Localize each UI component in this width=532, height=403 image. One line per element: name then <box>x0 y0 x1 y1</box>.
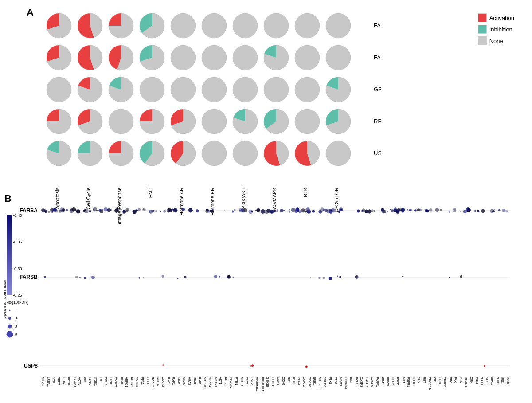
svg-point-218 <box>338 211 340 213</box>
svg-text:CDH2: CDH2 <box>104 377 107 385</box>
svg-text:AKT2: AKT2 <box>224 377 227 385</box>
svg-point-28 <box>295 45 320 70</box>
inhibition-legend-item: Inhibition <box>478 25 514 34</box>
svg-text:FN1: FN1 <box>99 377 102 383</box>
svg-text:CFL1: CFL1 <box>146 377 149 384</box>
svg-point-327 <box>322 277 325 279</box>
svg-text:FARSB: FARSB <box>20 274 38 280</box>
svg-point-325 <box>79 277 80 278</box>
svg-text:CCND1: CCND1 <box>271 377 274 387</box>
svg-text:USP8: USP8 <box>24 363 38 369</box>
svg-text:FARSA: FARSA <box>374 22 381 29</box>
svg-point-273 <box>396 210 399 214</box>
svg-text:HRAS: HRAS <box>188 377 191 386</box>
svg-point-156 <box>232 210 233 211</box>
svg-text:1: 1 <box>15 309 17 313</box>
svg-point-47 <box>295 77 320 102</box>
svg-text:VEGFR: VEGFR <box>444 377 447 387</box>
svg-point-110 <box>312 210 315 212</box>
svg-text:RPS6KB1: RPS6KB1 <box>256 377 259 391</box>
svg-text:CRK: CRK <box>470 377 473 383</box>
svg-point-339 <box>252 364 254 367</box>
svg-point-287 <box>136 209 138 211</box>
svg-point-213 <box>463 210 467 213</box>
svg-point-195 <box>429 208 432 211</box>
svg-text:ALK: ALK <box>418 377 421 383</box>
svg-text:BIRC5: BIRC5 <box>386 377 389 386</box>
svg-text:FAK: FAK <box>454 377 457 383</box>
svg-point-312 <box>339 276 341 278</box>
svg-text:FARSB: FARSB <box>374 54 381 61</box>
svg-point-295 <box>289 209 290 211</box>
svg-point-278 <box>299 210 302 213</box>
svg-text:AURKA: AURKA <box>324 377 327 387</box>
svg-text:MAD2L1: MAD2L1 <box>318 377 321 389</box>
svg-point-228 <box>138 208 141 211</box>
svg-text:PLK1: PLK1 <box>329 377 332 384</box>
svg-point-289 <box>255 210 256 211</box>
svg-text:FLNB: FLNB <box>120 377 123 385</box>
svg-point-307 <box>328 209 330 211</box>
dot-plot-container: -0.40-0.35-0.30-0.25Spearman Correlation… <box>4 193 532 399</box>
svg-point-30 <box>326 45 351 70</box>
svg-text:CCNA2: CCNA2 <box>303 377 306 387</box>
svg-point-61 <box>295 109 320 134</box>
svg-point-169 <box>494 209 495 210</box>
svg-point-202 <box>330 209 332 211</box>
svg-point-269 <box>84 209 88 213</box>
svg-point-333 <box>143 277 144 278</box>
svg-point-234 <box>256 208 260 212</box>
svg-text:HER2: HER2 <box>391 377 395 385</box>
svg-text:CDKN1A: CDKN1A <box>344 377 348 390</box>
svg-point-335 <box>305 365 308 368</box>
svg-text:MAP2K1: MAP2K1 <box>203 377 207 389</box>
svg-point-100 <box>8 325 12 329</box>
svg-point-332 <box>138 277 140 279</box>
svg-point-186 <box>196 209 199 212</box>
svg-point-308 <box>61 209 65 212</box>
svg-text:ARPC1: ARPC1 <box>125 377 128 387</box>
svg-text:PCNA: PCNA <box>297 377 301 386</box>
svg-point-134 <box>371 209 374 212</box>
svg-text:Spearman Correlation: Spearman Correlation <box>4 280 7 319</box>
svg-point-206 <box>477 210 479 212</box>
svg-point-220 <box>52 211 54 213</box>
svg-point-323 <box>75 276 78 278</box>
svg-point-41 <box>202 77 227 102</box>
svg-text:ACTR3: ACTR3 <box>136 377 139 387</box>
svg-text:-0.25: -0.25 <box>13 293 22 297</box>
svg-point-113 <box>160 211 161 212</box>
svg-point-281 <box>89 210 91 212</box>
svg-point-209 <box>435 208 439 212</box>
svg-text:RAC1: RAC1 <box>167 377 170 385</box>
svg-text:-0.30: -0.30 <box>13 266 22 271</box>
svg-text:IGFR1: IGFR1 <box>412 377 415 386</box>
svg-text:SHC1: SHC1 <box>491 377 494 385</box>
svg-point-319 <box>402 276 404 278</box>
activation-color-swatch <box>478 13 487 22</box>
svg-text:MYO..: MYO.. <box>42 377 45 386</box>
svg-point-120 <box>48 211 51 213</box>
svg-text:CASP7: CASP7 <box>365 377 368 387</box>
svg-text:2: 2 <box>15 317 17 321</box>
svg-point-309 <box>70 209 74 213</box>
svg-point-4 <box>171 13 196 38</box>
svg-point-270 <box>241 209 242 210</box>
none-legend-item: None <box>478 36 514 45</box>
svg-point-170 <box>474 210 476 212</box>
svg-point-255 <box>142 210 144 211</box>
svg-point-304 <box>169 209 172 212</box>
none-label: None <box>489 38 503 44</box>
svg-point-39 <box>171 77 196 102</box>
svg-text:KRAS: KRAS <box>177 377 180 385</box>
svg-text:EGFR: EGFR <box>397 377 400 385</box>
svg-text:FLNA: FLNA <box>89 377 92 385</box>
svg-point-150 <box>357 210 360 213</box>
svg-point-256 <box>43 209 45 212</box>
svg-text:3: 3 <box>15 325 17 329</box>
svg-point-225 <box>391 209 394 212</box>
svg-point-102 <box>7 331 13 338</box>
svg-point-232 <box>280 209 283 212</box>
svg-point-144 <box>369 210 371 211</box>
svg-point-57 <box>202 109 227 134</box>
